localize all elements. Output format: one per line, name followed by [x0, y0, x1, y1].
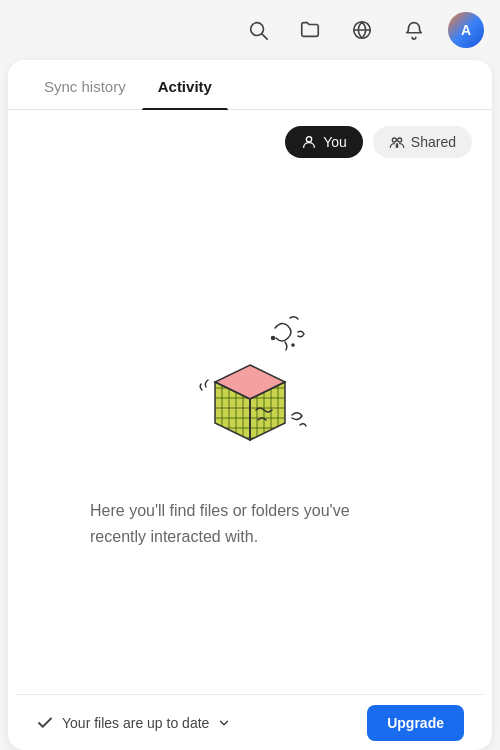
- tabs-row: Sync history Activity: [8, 60, 492, 110]
- svg-point-6: [272, 337, 275, 340]
- main-card: Sync history Activity You Shared: [8, 60, 492, 750]
- svg-point-7: [292, 344, 294, 346]
- avatar[interactable]: A: [448, 12, 484, 48]
- empty-state-message: Here you'll find files or folders you've…: [90, 498, 410, 549]
- svg-point-4: [392, 138, 396, 142]
- globe-button[interactable]: [344, 12, 380, 48]
- globe-icon: [351, 19, 373, 41]
- bell-button[interactable]: [396, 12, 432, 48]
- upgrade-button[interactable]: Upgrade: [367, 705, 464, 741]
- svg-line-1: [262, 34, 267, 39]
- shared-filter-label: Shared: [411, 134, 456, 150]
- person-icon: [301, 134, 317, 150]
- content-area: Here you'll find files or folders you've…: [8, 174, 492, 686]
- svg-point-3: [307, 137, 312, 142]
- bottom-bar: Your files are up to date Upgrade: [16, 694, 484, 750]
- files-button[interactable]: [292, 12, 328, 48]
- tab-sync-history[interactable]: Sync history: [28, 60, 142, 109]
- you-filter-button[interactable]: You: [285, 126, 363, 158]
- bell-icon: [403, 19, 425, 41]
- empty-illustration: [180, 310, 320, 470]
- svg-point-5: [398, 138, 402, 142]
- folder-icon: [299, 19, 321, 41]
- search-icon: [247, 19, 269, 41]
- top-bar: A: [0, 0, 500, 60]
- sync-status-text: Your files are up to date: [62, 715, 209, 731]
- checkmark-icon: [36, 714, 54, 732]
- chevron-down-icon: [217, 716, 231, 730]
- you-filter-label: You: [323, 134, 347, 150]
- shared-filter-button[interactable]: Shared: [373, 126, 472, 158]
- sync-status: Your files are up to date: [36, 714, 231, 732]
- search-button[interactable]: [240, 12, 276, 48]
- tab-activity[interactable]: Activity: [142, 60, 228, 109]
- shared-icon: [389, 134, 405, 150]
- filter-row: You Shared: [8, 110, 492, 174]
